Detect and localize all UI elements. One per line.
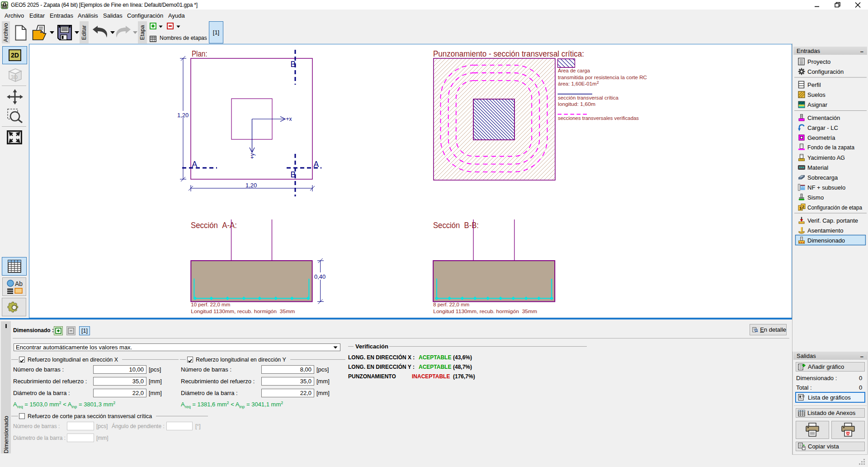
svg-text:B: B xyxy=(291,170,296,179)
svg-text:Cimentación: Cimentación xyxy=(807,114,840,121)
svg-text:Fondo de la zapata: Fondo de la zapata xyxy=(807,144,855,151)
svg-text:Material: Material xyxy=(807,164,828,171)
svg-text:B: B xyxy=(291,60,296,69)
svg-text:2: 2 xyxy=(802,205,804,209)
svg-text:3D: 3D xyxy=(11,74,18,81)
svg-text:10 perf. 22,0 mm: 10 perf. 22,0 mm xyxy=(191,302,230,307)
svg-text:Ab: Ab xyxy=(15,280,23,287)
svg-text:Sección A-A:: Sección A-A: xyxy=(191,221,237,230)
svg-text:Asentamiento: Asentamiento xyxy=(807,227,844,234)
svg-text:Longitud 1130mm, recub. hormig: Longitud 1130mm, recub. hormigón 35mm xyxy=(433,309,537,314)
svg-text:transmitida por resistencia la: transmitida por resistencia la corte RC xyxy=(558,75,647,80)
svg-text:Geometría: Geometría xyxy=(807,134,835,141)
svg-text:Plan:: Plan: xyxy=(192,49,208,58)
svg-text:1,20: 1,20 xyxy=(177,112,189,119)
svg-text:Dimensionado: Dimensionado xyxy=(807,237,845,244)
svg-text:Configuración de etapa: Configuración de etapa xyxy=(807,204,863,211)
svg-text:1,20: 1,20 xyxy=(245,182,257,189)
svg-text:Yacimiento AG: Yacimiento AG xyxy=(807,154,845,161)
svg-text:0,40: 0,40 xyxy=(314,273,326,280)
svg-text:Sección B-B:: Sección B-B: xyxy=(433,221,479,230)
svg-text:longitud: 1,60m: longitud: 1,60m xyxy=(558,101,595,107)
svg-text:Longitud 1130mm, recub. hormig: Longitud 1130mm, recub. hormigón 35mm xyxy=(191,309,295,314)
svg-text:Cargar - LC: Cargar - LC xyxy=(807,124,838,131)
svg-text:Suelos: Suelos xyxy=(807,91,826,98)
svg-text:área: 1,60E-01m2: área: 1,60E-01m2 xyxy=(558,80,599,86)
svg-text:NF + subsuelo: NF + subsuelo xyxy=(807,184,845,191)
svg-text:8 perf. 22,0 mm: 8 perf. 22,0 mm xyxy=(433,302,469,307)
svg-text:secciones transversales verifi: secciones transversales verificadas xyxy=(558,115,639,121)
svg-text:Sismo: Sismo xyxy=(807,194,824,201)
svg-text:Sobrecarga: Sobrecarga xyxy=(807,174,838,181)
svg-text:Asignar: Asignar xyxy=(807,101,828,108)
svg-text:Perfil: Perfil xyxy=(807,81,821,88)
svg-text:Punzonamiento - sección transv: Punzonamiento - sección transversal crít… xyxy=(433,49,584,58)
svg-text:+y: +y xyxy=(249,153,255,159)
svg-text:Configuración: Configuración xyxy=(807,68,844,75)
svg-text:Área de carga: Área de carga xyxy=(558,68,590,73)
svg-text:A: A xyxy=(314,160,319,169)
svg-text:Proyecto: Proyecto xyxy=(807,58,830,65)
svg-text:Verif. Cap. portante: Verif. Cap. portante xyxy=(807,217,858,224)
svg-text:+x: +x xyxy=(286,116,292,122)
svg-text:sección transversal crítica: sección transversal crítica xyxy=(558,95,619,100)
svg-text:A: A xyxy=(192,160,198,169)
